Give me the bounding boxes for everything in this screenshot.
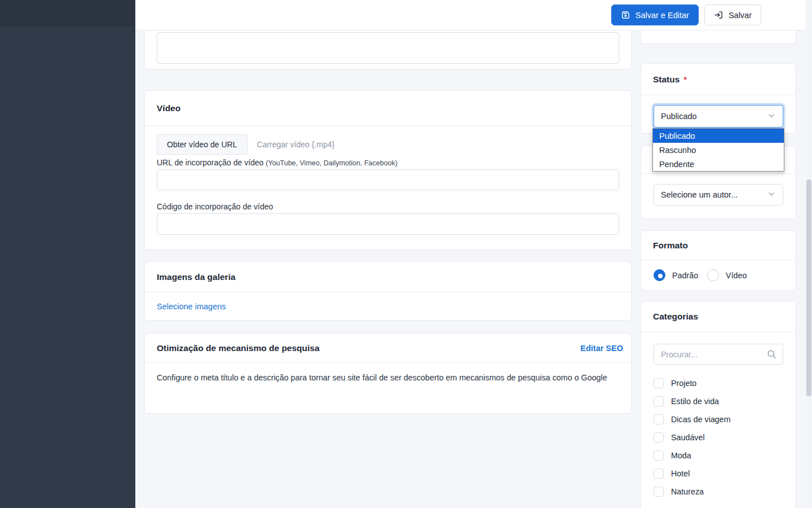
seo-description: Configure o meta título e a descrição pa… xyxy=(145,363,631,384)
checkbox-icon[interactable] xyxy=(654,378,664,388)
status-option-pendente[interactable]: Pendente xyxy=(653,157,784,171)
format-radio-video[interactable]: Vídeo xyxy=(707,269,747,281)
format-card-title: Formato xyxy=(653,240,688,251)
select-images-link[interactable]: Selecione imagens xyxy=(157,302,226,311)
tab-video-from-url-label: Obter vídeo de URL xyxy=(167,140,237,149)
save-button[interactable]: Salvar xyxy=(704,5,761,25)
status-option-publicado[interactable]: Publicado xyxy=(653,129,784,143)
left-sidebar xyxy=(0,0,135,508)
gallery-card: Imagens da galeria Selecione imagens xyxy=(144,261,632,321)
status-select-value: Publicado xyxy=(661,112,697,121)
video-embed-input[interactable] xyxy=(157,213,619,235)
seo-card-title: Otimização de mecanismo de pesquisa xyxy=(157,343,320,353)
seo-card: Otimização de mecanismo de pesquisa Edit… xyxy=(144,333,632,414)
video-card: Vídeo Obter vídeo de URL Carregar vídeo … xyxy=(144,90,632,250)
category-item-projeto[interactable]: Projeto xyxy=(654,374,783,392)
publish-card-partial xyxy=(641,30,796,44)
status-card: Status * Publicado xyxy=(641,63,796,134)
scrolled-card-partial xyxy=(144,30,632,69)
edit-seo-link[interactable]: Editar SEO xyxy=(580,344,623,353)
video-card-title: Vídeo xyxy=(157,103,180,113)
category-item-dicas-de-viagem[interactable]: Dicas de viagem xyxy=(654,410,783,428)
video-url-hint: (YouTube, Vimeo, Dailymotion, Facebook) xyxy=(266,159,398,167)
category-item-hotel[interactable]: Hotel xyxy=(654,465,783,483)
categories-card-body: Projeto Estilo de vida Dicas de viagem S… xyxy=(641,332,796,501)
video-card-body: Obter vídeo de URL Carregar vídeo {.mp4}… xyxy=(145,126,631,235)
format-card-header: Formato xyxy=(641,231,796,260)
status-card-header: Status * xyxy=(641,64,796,95)
post-edit-page: Salvar e Editar Salvar Vídeo Obter vídeo… xyxy=(0,0,812,508)
format-radio-padrao-label: Padrão xyxy=(672,271,698,280)
checkbox-icon[interactable] xyxy=(654,414,664,424)
search-icon xyxy=(766,349,777,362)
floppy-icon xyxy=(621,10,630,20)
tab-video-upload[interactable]: Carregar vídeo {.mp4} xyxy=(248,134,345,155)
scrollbar-thumb[interactable] xyxy=(806,179,811,396)
video-embed-label: Código de incorporação de vídeo xyxy=(157,202,619,211)
video-tabs: Obter vídeo de URL Carregar vídeo {.mp4} xyxy=(157,134,619,155)
save-exit-icon xyxy=(714,10,723,20)
category-item-moda[interactable]: Moda xyxy=(654,446,783,465)
checkbox-icon[interactable] xyxy=(654,396,664,406)
status-card-title: Status xyxy=(653,75,679,85)
chevron-down-icon xyxy=(767,190,776,200)
sidebar-logo-area xyxy=(0,0,135,27)
categories-search-input[interactable] xyxy=(654,344,783,365)
checkbox-icon[interactable] xyxy=(654,487,664,497)
save-and-edit-label: Salvar e Editar xyxy=(636,11,689,20)
tab-video-upload-label: Carregar vídeo {.mp4} xyxy=(257,140,335,149)
categories-card-header: Categorias xyxy=(641,301,796,332)
format-radio-video-label: Vídeo xyxy=(726,271,747,280)
required-asterisk: * xyxy=(683,75,686,84)
status-card-body: Publicado xyxy=(641,95,796,128)
gallery-card-body: Selecione imagens xyxy=(145,292,631,312)
description-textarea[interactable] xyxy=(157,32,619,64)
video-url-label: URL de incorporação de vídeo (YouTube, V… xyxy=(157,158,619,167)
gallery-card-title: Imagens da galeria xyxy=(157,272,236,282)
tab-video-from-url[interactable]: Obter vídeo de URL xyxy=(157,134,248,155)
categories-card: Categorias Projeto Estilo xyxy=(641,301,796,508)
checkbox-icon[interactable] xyxy=(654,450,664,461)
video-card-header: Vídeo xyxy=(145,91,631,126)
category-item-estilo-de-vida[interactable]: Estilo de vida xyxy=(654,392,783,410)
format-card: Formato Padrão Vídeo xyxy=(641,230,796,291)
status-option-rascunho[interactable]: Rascunho xyxy=(653,143,784,157)
checkbox-icon[interactable] xyxy=(654,432,664,443)
save-label: Salvar xyxy=(729,11,752,20)
format-radio-padrao[interactable]: Padrão xyxy=(654,269,698,281)
radio-checked-icon xyxy=(654,269,665,281)
author-select-value: Selecione um autor... xyxy=(661,190,738,199)
category-item-natureza[interactable]: Natureza xyxy=(654,483,783,501)
action-bar: Salvar e Editar Salvar xyxy=(135,0,805,30)
radio-unchecked-icon xyxy=(707,269,719,281)
video-url-input[interactable] xyxy=(157,169,619,190)
status-dropdown-list: Publicado Rascunho Pendente xyxy=(652,128,784,172)
gallery-card-header: Imagens da galeria xyxy=(145,262,631,292)
checkbox-icon[interactable] xyxy=(654,468,664,479)
categories-card-title: Categorias xyxy=(653,312,698,322)
author-select[interactable]: Selecione um autor... xyxy=(654,184,783,205)
chevron-down-icon xyxy=(767,111,776,122)
seo-card-header: Otimização de mecanismo de pesquisa Edit… xyxy=(145,334,631,363)
save-and-edit-button[interactable]: Salvar e Editar xyxy=(611,5,699,25)
format-card-body: Padrão Vídeo xyxy=(641,260,796,281)
author-card-body: Selecione um autor... xyxy=(641,174,796,205)
status-select[interactable]: Publicado xyxy=(654,105,783,128)
categories-list: Projeto Estilo de vida Dicas de viagem S… xyxy=(654,374,783,501)
category-item-saudavel[interactable]: Saudável xyxy=(654,428,783,446)
